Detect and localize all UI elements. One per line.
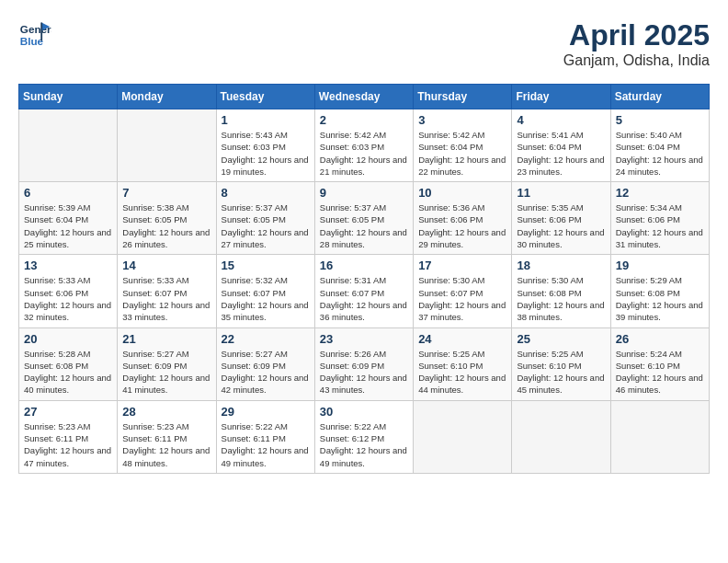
day-info: Sunrise: 5:38 AM Sunset: 6:05 PM Dayligh… — [122, 201, 210, 250]
day-info: Sunrise: 5:42 AM Sunset: 6:03 PM Dayligh… — [320, 129, 408, 178]
day-number: 5 — [616, 113, 704, 127]
day-info: Sunrise: 5:32 AM Sunset: 6:07 PM Dayligh… — [222, 274, 310, 323]
day-info: Sunrise: 5:35 AM Sunset: 6:06 PM Dayligh… — [517, 201, 605, 250]
day-number: 15 — [222, 259, 310, 272]
calendar-cell: 10Sunrise: 5:36 AM Sunset: 6:06 PM Dayli… — [414, 182, 512, 255]
day-number: 30 — [320, 405, 408, 419]
calendar-cell: 6Sunrise: 5:39 AM Sunset: 6:04 PM Daylig… — [19, 182, 118, 255]
day-info: Sunrise: 5:23 AM Sunset: 6:11 PM Dayligh… — [122, 420, 210, 469]
day-info: Sunrise: 5:42 AM Sunset: 6:04 PM Dayligh… — [418, 129, 506, 178]
day-number: 8 — [222, 186, 310, 200]
calendar-cell: 5Sunrise: 5:40 AM Sunset: 6:04 PM Daylig… — [610, 109, 709, 182]
day-number: 22 — [222, 332, 310, 346]
svg-text:Blue: Blue — [20, 35, 44, 47]
calendar-cell: 16Sunrise: 5:31 AM Sunset: 6:07 PM Dayli… — [314, 255, 413, 327]
calendar-cell: 2Sunrise: 5:42 AM Sunset: 6:03 PM Daylig… — [314, 109, 413, 182]
day-number: 28 — [122, 405, 210, 419]
day-info: Sunrise: 5:26 AM Sunset: 6:09 PM Dayligh… — [320, 348, 408, 396]
day-info: Sunrise: 5:41 AM Sunset: 6:04 PM Dayligh… — [517, 129, 605, 178]
day-info: Sunrise: 5:29 AM Sunset: 6:08 PM Dayligh… — [616, 274, 704, 323]
svg-text:General: General — [20, 23, 51, 35]
day-info: Sunrise: 5:25 AM Sunset: 6:10 PM Dayligh… — [418, 348, 506, 396]
calendar-cell: 19Sunrise: 5:29 AM Sunset: 6:08 PM Dayli… — [610, 255, 709, 327]
day-info: Sunrise: 5:30 AM Sunset: 6:08 PM Dayligh… — [517, 274, 605, 323]
calendar-cell: 23Sunrise: 5:26 AM Sunset: 6:09 PM Dayli… — [314, 327, 413, 400]
day-number: 26 — [616, 332, 704, 346]
column-header-sunday: Sunday — [19, 85, 118, 109]
page-title: April 2025 — [563, 18, 710, 52]
day-number: 27 — [24, 405, 112, 419]
day-number: 2 — [320, 113, 408, 127]
calendar-cell — [512, 400, 610, 473]
day-info: Sunrise: 5:22 AM Sunset: 6:11 PM Dayligh… — [222, 420, 310, 469]
logo-icon: General Blue — [18, 18, 51, 52]
column-header-wednesday: Wednesday — [314, 85, 413, 109]
title-block: April 2025 Ganjam, Odisha, India — [563, 18, 710, 69]
column-header-thursday: Thursday — [414, 85, 512, 109]
day-number: 24 — [418, 332, 506, 346]
day-info: Sunrise: 5:36 AM Sunset: 6:06 PM Dayligh… — [418, 201, 506, 250]
day-info: Sunrise: 5:43 AM Sunset: 6:03 PM Dayligh… — [222, 129, 310, 178]
day-number: 25 — [517, 332, 605, 346]
day-number: 19 — [616, 259, 704, 272]
calendar-cell: 1Sunrise: 5:43 AM Sunset: 6:03 PM Daylig… — [216, 109, 314, 182]
calendar-cell: 11Sunrise: 5:35 AM Sunset: 6:06 PM Dayli… — [512, 182, 610, 255]
day-number: 23 — [320, 332, 408, 346]
calendar-cell: 22Sunrise: 5:27 AM Sunset: 6:09 PM Dayli… — [216, 327, 314, 400]
day-info: Sunrise: 5:24 AM Sunset: 6:10 PM Dayligh… — [616, 348, 704, 396]
calendar-cell: 13Sunrise: 5:33 AM Sunset: 6:06 PM Dayli… — [19, 255, 118, 327]
calendar-cell: 20Sunrise: 5:28 AM Sunset: 6:08 PM Dayli… — [19, 327, 118, 400]
day-number: 12 — [616, 186, 704, 200]
calendar-table: SundayMondayTuesdayWednesdayThursdayFrid… — [18, 84, 710, 474]
day-number: 20 — [24, 332, 112, 346]
day-number: 7 — [122, 186, 210, 200]
day-info: Sunrise: 5:23 AM Sunset: 6:11 PM Dayligh… — [24, 420, 112, 469]
day-info: Sunrise: 5:25 AM Sunset: 6:10 PM Dayligh… — [517, 348, 605, 396]
day-info: Sunrise: 5:28 AM Sunset: 6:08 PM Dayligh… — [24, 348, 112, 396]
day-number: 10 — [418, 186, 506, 200]
calendar-cell — [414, 400, 512, 473]
calendar-cell: 29Sunrise: 5:22 AM Sunset: 6:11 PM Dayli… — [216, 400, 314, 473]
day-info: Sunrise: 5:27 AM Sunset: 6:09 PM Dayligh… — [122, 348, 210, 396]
calendar-cell: 21Sunrise: 5:27 AM Sunset: 6:09 PM Dayli… — [118, 327, 216, 400]
calendar-cell: 9Sunrise: 5:37 AM Sunset: 6:05 PM Daylig… — [314, 182, 413, 255]
day-info: Sunrise: 5:27 AM Sunset: 6:09 PM Dayligh… — [222, 348, 310, 396]
calendar-cell — [610, 400, 709, 473]
column-header-tuesday: Tuesday — [216, 85, 314, 109]
calendar-cell: 17Sunrise: 5:30 AM Sunset: 6:07 PM Dayli… — [414, 255, 512, 327]
day-number: 14 — [122, 259, 210, 272]
calendar-week-row: 27Sunrise: 5:23 AM Sunset: 6:11 PM Dayli… — [19, 400, 710, 473]
calendar-cell: 12Sunrise: 5:34 AM Sunset: 6:06 PM Dayli… — [610, 182, 709, 255]
day-info: Sunrise: 5:37 AM Sunset: 6:05 PM Dayligh… — [320, 201, 408, 250]
column-header-saturday: Saturday — [610, 85, 709, 109]
day-info: Sunrise: 5:22 AM Sunset: 6:12 PM Dayligh… — [320, 420, 408, 469]
calendar-cell: 27Sunrise: 5:23 AM Sunset: 6:11 PM Dayli… — [19, 400, 118, 473]
day-info: Sunrise: 5:34 AM Sunset: 6:06 PM Dayligh… — [616, 201, 704, 250]
calendar-cell: 8Sunrise: 5:37 AM Sunset: 6:05 PM Daylig… — [216, 182, 314, 255]
day-info: Sunrise: 5:30 AM Sunset: 6:07 PM Dayligh… — [418, 274, 506, 323]
calendar-week-row: 20Sunrise: 5:28 AM Sunset: 6:08 PM Dayli… — [19, 327, 710, 400]
day-info: Sunrise: 5:31 AM Sunset: 6:07 PM Dayligh… — [320, 274, 408, 323]
calendar-week-row: 1Sunrise: 5:43 AM Sunset: 6:03 PM Daylig… — [19, 109, 710, 182]
calendar-cell — [118, 109, 216, 182]
calendar-cell: 4Sunrise: 5:41 AM Sunset: 6:04 PM Daylig… — [512, 109, 610, 182]
calendar-cell: 24Sunrise: 5:25 AM Sunset: 6:10 PM Dayli… — [414, 327, 512, 400]
logo: General Blue — [18, 18, 51, 52]
day-number: 6 — [24, 186, 112, 200]
day-number: 3 — [418, 113, 506, 127]
calendar-cell: 18Sunrise: 5:30 AM Sunset: 6:08 PM Dayli… — [512, 255, 610, 327]
calendar-cell: 26Sunrise: 5:24 AM Sunset: 6:10 PM Dayli… — [610, 327, 709, 400]
calendar-cell: 15Sunrise: 5:32 AM Sunset: 6:07 PM Dayli… — [216, 255, 314, 327]
day-info: Sunrise: 5:37 AM Sunset: 6:05 PM Dayligh… — [222, 201, 310, 250]
column-header-monday: Monday — [118, 85, 216, 109]
calendar-cell: 28Sunrise: 5:23 AM Sunset: 6:11 PM Dayli… — [118, 400, 216, 473]
day-info: Sunrise: 5:39 AM Sunset: 6:04 PM Dayligh… — [24, 201, 112, 250]
calendar-cell: 25Sunrise: 5:25 AM Sunset: 6:10 PM Dayli… — [512, 327, 610, 400]
day-number: 9 — [320, 186, 408, 200]
calendar-cell: 3Sunrise: 5:42 AM Sunset: 6:04 PM Daylig… — [414, 109, 512, 182]
calendar-cell — [19, 109, 118, 182]
calendar-cell: 7Sunrise: 5:38 AM Sunset: 6:05 PM Daylig… — [118, 182, 216, 255]
day-number: 13 — [24, 259, 112, 272]
day-info: Sunrise: 5:33 AM Sunset: 6:06 PM Dayligh… — [24, 274, 112, 323]
day-number: 21 — [122, 332, 210, 346]
